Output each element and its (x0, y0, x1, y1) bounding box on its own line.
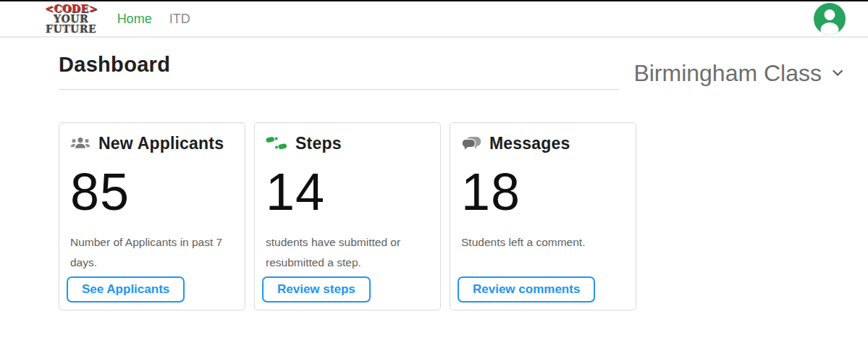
card-description: Number of Applicants in past 7 days. (70, 232, 234, 273)
logo-line-your: YOUR (45, 14, 98, 24)
see-applicants-button[interactable]: See Applicants (67, 276, 185, 303)
dashboard-page: Dashboard Birmingham Class (0, 53, 868, 310)
class-selector-dropdown[interactable]: Birmingham Class (633, 60, 840, 90)
person-icon (814, 25, 846, 37)
nav-link-itd[interactable]: ITD (169, 12, 190, 27)
page-title: Dashboard (59, 53, 619, 90)
cyf-logo[interactable]: <CODE> YOUR FUTURE (45, 4, 98, 34)
comments-icon (461, 136, 481, 151)
card-header: New Applicants (70, 132, 234, 154)
card-value: 85 (70, 166, 234, 218)
review-comments-button[interactable]: Review comments (458, 276, 595, 303)
card-description: Students left a comment. (461, 232, 625, 253)
top-navbar: <CODE> YOUR FUTURE Home ITD (0, 0, 868, 38)
nav-links: Home ITD (117, 12, 190, 27)
card-title: Messages (489, 134, 570, 153)
footprints-icon (266, 136, 287, 151)
card-steps: Steps 14 students have submitted or resu… (254, 122, 441, 310)
class-selector-label: Birmingham Class (633, 60, 822, 87)
card-title: New Applicants (98, 134, 224, 153)
card-value: 18 (461, 166, 625, 218)
card-messages: Messages 18 Students left a comment. Rev… (450, 122, 636, 310)
card-description: students have submitted or resubmitted a… (266, 232, 429, 273)
logo-line-future: FUTURE (45, 24, 98, 34)
card-header: Messages (461, 132, 625, 154)
users-icon (70, 136, 90, 151)
page-header: Dashboard Birmingham Class (59, 53, 840, 90)
logo-line-code: <CODE> (45, 4, 98, 14)
card-new-applicants: New Applicants 85 Number of Applicants i… (59, 122, 245, 310)
stat-cards: New Applicants 85 Number of Applicants i… (59, 122, 840, 310)
card-header: Steps (266, 132, 429, 154)
review-steps-button[interactable]: Review steps (262, 276, 371, 303)
card-title: Steps (295, 134, 342, 153)
user-avatar[interactable] (814, 3, 846, 35)
nav-link-home[interactable]: Home (117, 12, 152, 27)
chevron-down-icon (833, 65, 843, 75)
card-value: 14 (266, 166, 429, 218)
